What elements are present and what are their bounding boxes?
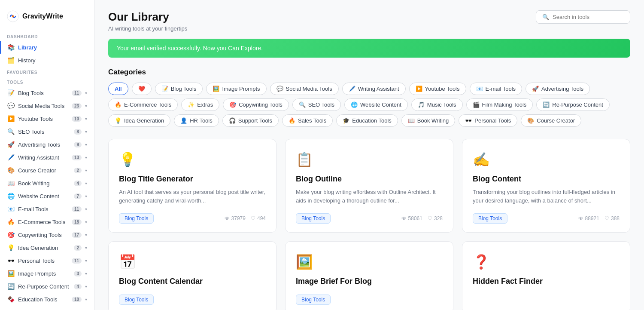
website-content-badge: 7 [74,193,82,199]
cat-hr-tools[interactable]: 👤 HR Tools [174,114,219,127]
tool-card-blog-calendar[interactable]: 📅 Blog Content Calendar Blog Tools [108,241,276,310]
sidebar-item-email-tools[interactable]: 📧 E-mail Tools 11 ▾ [0,203,94,215]
cat-copywriting-label: Copywriting Tools [239,101,283,108]
ecommerce-icon: 🔥 [7,218,15,225]
sidebar-label-personal-tools: Personal Tools [18,258,68,264]
cat-image-prompts[interactable]: 🖼️ Image Prompts [206,83,266,95]
cat-all[interactable]: All [108,83,128,95]
sidebar-item-advertising[interactable]: 🚀 Advertising Tools 9 ▾ [0,138,94,151]
sidebar-item-library[interactable]: 📚 Library [0,41,94,54]
tool-card-blog-outline[interactable]: 📋 Blog Outline Make your blog writing ef… [285,139,453,233]
tool-icon-blog-title: 💡 [119,151,266,168]
cat-sales[interactable]: 🔥 Sales Tools [282,114,333,127]
cat-idea-generation[interactable]: 💡 Idea Generation [108,114,170,127]
cat-advertising[interactable]: 🚀 Advertising Tools [526,83,590,95]
cat-ecommerce-icon: 🔥 [115,101,122,108]
tool-desc-blog-title: An AI tool that serves as your personal … [119,188,266,205]
likes-icon-3: ♡ [605,215,609,221]
cat-education[interactable]: 🎓 Education Tools [336,114,398,127]
cat-email-tools[interactable]: 📧 E-mail Tools [470,83,522,95]
tool-icon-blog-calendar: 📅 [119,254,266,270]
cat-filmmaking[interactable]: 🎬 Film Making Tools [466,98,533,111]
course-creator-chevron: ▾ [85,168,87,173]
sidebar-item-course-creator[interactable]: 🎨 Course Creator 2 ▾ [0,164,94,177]
tool-card-image-brief[interactable]: 🖼️ Image Brief For Blog Blog Tools [285,241,453,310]
cat-film-label: Film Making Tools [482,101,527,108]
cat-education-icon: 🎓 [343,117,349,124]
cat-blog-tools[interactable]: 📝 Blog Tools [155,83,203,95]
sidebar-item-writing-assistant[interactable]: 🖊️ Writing Assistant 13 ▾ [0,151,94,164]
cat-support[interactable]: 🎧 Support Tools [222,114,279,127]
tool-footer-blog-outline: Blog Tools 👁 58061 ♡ 328 [296,213,443,224]
seo-badge: 8 [74,129,82,135]
sidebar-item-website-content[interactable]: 🌐 Website Content 7 ▾ [0,190,94,203]
cat-course-label: Course Creator [537,117,575,124]
cat-seo[interactable]: 🔍 SEO Tools [292,98,341,111]
cat-education-label: Education Tools [352,117,392,124]
sidebar-item-repurpose[interactable]: 🔄 Re-Purpose Content 4 ▾ [0,280,94,293]
tool-views-blog-outline: 👁 58061 [401,215,422,221]
cat-hr-icon: 👤 [180,117,187,124]
cat-course-creator[interactable]: 🎨 Course Creator [521,114,581,127]
cat-extras[interactable]: ✨ Extras [181,98,219,111]
cat-writing-assistant[interactable]: 🖊️ Writing Assistant [342,83,406,95]
tool-card-blog-content[interactable]: ✍️ Blog Content Transforming your blog o… [462,139,630,233]
tool-likes-blog-content: ♡ 388 [605,215,620,221]
sidebar-label-course-creator: Course Creator [18,167,70,174]
search-box[interactable]: 🔍 [536,10,630,24]
course-creator-icon: 🎨 [7,167,15,174]
tool-card-hidden-fact[interactable]: ❓ Hidden Fact Finder [462,241,630,310]
ecommerce-chevron: ▾ [85,220,87,224]
sidebar-item-image-prompts[interactable]: 🖼️ Image Prompts 3 ▾ [0,267,94,280]
personal-tools-icon: 🕶️ [7,257,15,264]
sidebar-section-tools: TOOLS [0,77,94,86]
likes-icon: ♡ [251,215,255,221]
cat-personal-tools[interactable]: 🕶️ Personal Tools [459,114,517,127]
cat-music-label: Music Tools [427,101,456,108]
sidebar-item-copywriting[interactable]: 🎯 Copywriting Tools 17 ▾ [0,228,94,241]
repurpose-chevron: ▾ [85,284,87,289]
sidebar-item-book-writing[interactable]: 📖 Book Writing 4 ▾ [0,177,94,190]
sidebar-item-social-media[interactable]: 💬 Social Media Tools 23 ▾ [0,99,94,112]
cat-favourites[interactable]: ❤️ [132,83,152,95]
youtube-icon: ▶️ [7,115,15,122]
tool-title-blog-title: Blog Title Generator [119,175,266,184]
advertising-icon: 🚀 [7,141,15,148]
cat-course-icon: 🎨 [527,117,534,124]
sidebar-item-blog-tools[interactable]: 📝 Blog Tools 11 ▾ [0,86,94,99]
tool-card-blog-title-generator[interactable]: 💡 Blog Title Generator An AI tool that s… [108,139,276,233]
cat-personal-label: Personal Tools [474,117,511,124]
seo-icon: 🔍 [7,128,15,135]
tool-stats-blog-outline: 👁 58061 ♡ 328 [401,215,443,221]
cat-website-content[interactable]: 🌐 Website Content [344,98,408,111]
cat-copywriting[interactable]: 🎯 Copywriting Tools [223,98,289,111]
cat-repurpose[interactable]: 🔄 Re-Purpose Content [536,98,610,111]
sidebar-item-youtube[interactable]: ▶️ Youtube Tools 10 ▾ [0,112,94,125]
logo[interactable]: GravityWrite [0,7,94,31]
cat-music[interactable]: 🎵 Music Tools [411,98,463,111]
cat-email-label: E-mail Tools [486,86,516,92]
tool-icon-image-brief: 🖼️ [296,254,443,270]
youtube-chevron: ▾ [85,117,87,121]
sidebar-item-personal-tools[interactable]: 🕶️ Personal Tools 11 ▾ [0,254,94,267]
cat-ecommerce[interactable]: 🔥 E-Commerce Tools [108,98,178,111]
sidebar-label-seo: SEO Tools [18,129,70,135]
sidebar-item-ecommerce[interactable]: 🔥 E-Commerce Tools 18 ▾ [0,215,94,228]
cat-book-writing[interactable]: 📖 Book Writing [401,114,455,127]
sidebar-item-education[interactable]: 🍫 Education Tools 10 ▾ [0,293,94,306]
tool-icon-blog-outline: 📋 [296,151,443,168]
sidebar-item-history[interactable]: 🗂️ History [0,54,94,67]
gravitywrite-logo-icon [7,10,19,22]
sidebar-item-idea-generation[interactable]: 💡 Idea Generation 2 ▾ [0,241,94,254]
sidebar-label-library: Library [18,44,87,51]
tool-desc-blog-outline: Make your blog writing effortless with O… [296,188,443,205]
cat-youtube[interactable]: ▶️ Youtube Tools [409,83,466,95]
sidebar-item-seo[interactable]: 🔍 SEO Tools 8 ▾ [0,125,94,138]
cat-youtube-icon: ▶️ [416,86,422,92]
cat-social-media[interactable]: 💬 Social Media Tools [270,83,339,95]
writing-assistant-badge: 13 [72,155,82,160]
search-input[interactable] [553,14,621,20]
likes-count: 494 [257,215,266,221]
cat-book-icon: 📖 [408,117,415,124]
cat-seo-label: SEO Tools [308,101,334,108]
